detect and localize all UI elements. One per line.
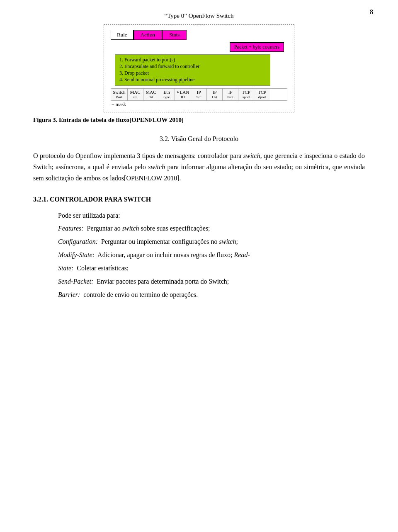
cell-rule: Rule bbox=[111, 30, 133, 40]
figure-caption-bold: Figura 3. Entrada de tabela de fluxo[OPE… bbox=[33, 117, 184, 123]
flow-table-col-9: TCPdport bbox=[254, 89, 270, 100]
flow-table-col-4: VLANID bbox=[175, 89, 192, 100]
diagram-header-row: Rule Action Stats bbox=[111, 30, 287, 40]
cell-packet-counters: Packet + byte counters bbox=[230, 42, 284, 52]
flow-table-col-2: MACdst bbox=[143, 89, 159, 100]
flow-table-col-5: IPSrc bbox=[191, 89, 207, 100]
flow-table-col-8: TCPsport bbox=[238, 89, 254, 100]
section-heading: 3.2. Visão Geral do Protocolo bbox=[33, 135, 365, 143]
label-features: Features: bbox=[58, 225, 84, 232]
label-send-packet: Send-Packet: bbox=[58, 278, 93, 285]
feature-barrier: Barrier: controle de envio ou termino de… bbox=[58, 289, 365, 301]
label-barrier: Barrier: bbox=[58, 291, 80, 298]
label-modify-state: Modify-State: bbox=[58, 251, 95, 258]
action-item-2: 2. Encapsulate and forward to controller bbox=[119, 63, 266, 70]
feature-configuration: Configuration: Perguntar ou implementar … bbox=[58, 236, 365, 248]
flow-table-col-0: SwitchPort bbox=[111, 89, 128, 100]
flow-table-header: SwitchPort MACsrc MACdst Ethtype VLANID … bbox=[111, 88, 287, 101]
action-item-3: 3. Drop packet bbox=[119, 70, 266, 76]
label-read: Read- bbox=[234, 251, 250, 258]
action-item-4: 4. Send to normal processing pipeline bbox=[119, 77, 266, 83]
flow-table-col-6: IPDst bbox=[207, 89, 223, 100]
packet-counters-row: Packet + byte counters bbox=[111, 42, 287, 52]
body-paragraph: O protocolo do Openflow implementa 3 tip… bbox=[33, 150, 365, 184]
switch-italic-4: switch bbox=[219, 238, 236, 245]
subsection-intro: Pode ser utilizada para: bbox=[58, 210, 365, 221]
switch-italic-3: switch bbox=[122, 225, 139, 232]
flow-table-col-3: Ethtype bbox=[159, 89, 175, 100]
flow-table-col-7: IPProt bbox=[223, 89, 238, 100]
figure-title: “Type 0” OpenFlow Switch bbox=[165, 12, 234, 19]
feature-send-packet: Send-Packet: Enviar pacotes para determi… bbox=[58, 276, 365, 287]
switch-italic-1: switch bbox=[243, 152, 260, 159]
plus-mask: + mask bbox=[112, 102, 287, 108]
figure-container: “Type 0” OpenFlow Switch Rule Action Sta… bbox=[33, 12, 365, 124]
flow-table-col-1: MACsrc bbox=[128, 89, 143, 100]
label-configuration: Configuration: bbox=[58, 238, 98, 245]
feature-state: State: Coletar estatísticas; bbox=[58, 262, 365, 274]
section-title-321: 3.2.1. CONTROLADOR PARA SWITCH bbox=[33, 196, 365, 203]
action-item-1: 1. Forward packet to port(s) bbox=[119, 57, 266, 63]
page-number: 8 bbox=[370, 8, 373, 16]
switch-diagram: Rule Action Stats Packet + byte counters… bbox=[104, 24, 294, 112]
actions-list-box: 1. Forward packet to port(s) 2. Encapsul… bbox=[115, 54, 270, 86]
feature-features: Features: Perguntar ao switch sobre suas… bbox=[58, 223, 365, 234]
figure-caption: Figura 3. Entrada de tabela de fluxo[OPE… bbox=[33, 117, 365, 124]
cell-stats: Stats bbox=[162, 30, 187, 40]
feature-modify-state: Modify-State: Adicionar, apagar ou inclu… bbox=[58, 249, 365, 261]
feature-list: Features: Perguntar ao switch sobre suas… bbox=[58, 223, 365, 301]
cell-action: Action bbox=[133, 30, 162, 40]
switch-italic-2: switch bbox=[148, 163, 165, 170]
label-state: State: bbox=[58, 265, 73, 272]
